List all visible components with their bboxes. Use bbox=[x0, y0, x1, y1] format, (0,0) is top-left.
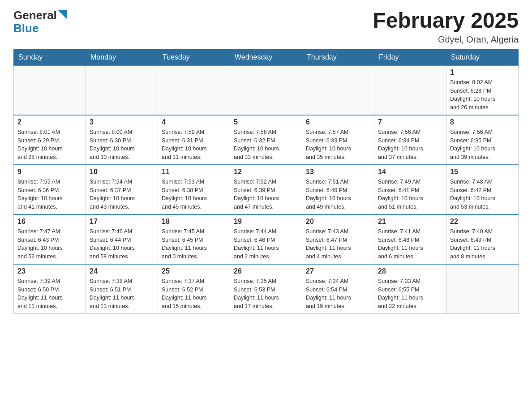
day-info: Sunrise: 7:52 AMSunset: 6:39 PMDaylight:… bbox=[234, 178, 298, 211]
column-header-thursday: Thursday bbox=[302, 49, 374, 65]
page-header: General Blue February 2025 Gdyel, Oran, … bbox=[13, 9, 519, 45]
day-number: 19 bbox=[234, 218, 298, 226]
day-number: 16 bbox=[17, 218, 82, 226]
day-info: Sunrise: 7:56 AMSunset: 6:34 PMDaylight:… bbox=[378, 128, 442, 162]
week-row-3: 9Sunrise: 7:55 AMSunset: 6:36 PMDaylight… bbox=[14, 165, 519, 214]
title-block: February 2025 Gdyel, Oran, Algeria bbox=[373, 9, 519, 45]
calendar-cell: 23Sunrise: 7:39 AMSunset: 6:50 PMDayligh… bbox=[14, 264, 86, 314]
calendar-cell: 12Sunrise: 7:52 AMSunset: 6:39 PMDayligh… bbox=[230, 165, 302, 214]
svg-marker-0 bbox=[58, 10, 67, 19]
day-number: 20 bbox=[306, 218, 370, 226]
day-info: Sunrise: 8:00 AMSunset: 6:30 PMDaylight:… bbox=[90, 128, 154, 162]
calendar-subtitle: Gdyel, Oran, Algeria bbox=[373, 34, 519, 45]
day-info: Sunrise: 7:33 AMSunset: 6:55 PMDaylight:… bbox=[378, 277, 442, 311]
calendar-cell bbox=[158, 65, 230, 115]
day-number: 4 bbox=[162, 118, 226, 126]
calendar-cell: 13Sunrise: 7:51 AMSunset: 6:40 PMDayligh… bbox=[302, 165, 374, 214]
calendar-cell: 26Sunrise: 7:35 AMSunset: 6:53 PMDayligh… bbox=[230, 264, 302, 314]
calendar-cell: 19Sunrise: 7:44 AMSunset: 6:46 PMDayligh… bbox=[230, 214, 302, 264]
column-header-friday: Friday bbox=[374, 49, 446, 65]
day-info: Sunrise: 7:41 AMSunset: 6:48 PMDaylight:… bbox=[378, 227, 442, 261]
logo-general-text: General bbox=[13, 9, 57, 22]
day-number: 13 bbox=[306, 168, 370, 176]
calendar-cell bbox=[86, 65, 158, 115]
day-number: 10 bbox=[90, 168, 154, 176]
day-number: 6 bbox=[306, 118, 370, 126]
day-info: Sunrise: 7:58 AMSunset: 6:32 PMDaylight:… bbox=[234, 128, 298, 162]
day-info: Sunrise: 7:47 AMSunset: 6:43 PMDaylight:… bbox=[17, 227, 82, 261]
calendar-cell: 8Sunrise: 7:56 AMSunset: 6:35 PMDaylight… bbox=[446, 115, 519, 165]
calendar-table: SundayMondayTuesdayWednesdayThursdayFrid… bbox=[13, 49, 519, 314]
column-header-saturday: Saturday bbox=[446, 49, 519, 65]
day-number: 9 bbox=[17, 168, 82, 176]
week-row-1: 1Sunrise: 8:02 AMSunset: 6:28 PMDaylight… bbox=[14, 65, 519, 115]
calendar-cell: 5Sunrise: 7:58 AMSunset: 6:32 PMDaylight… bbox=[230, 115, 302, 165]
day-info: Sunrise: 7:53 AMSunset: 6:38 PMDaylight:… bbox=[162, 178, 226, 211]
calendar-cell: 21Sunrise: 7:41 AMSunset: 6:48 PMDayligh… bbox=[374, 214, 446, 264]
day-info: Sunrise: 7:57 AMSunset: 6:33 PMDaylight:… bbox=[306, 128, 370, 162]
calendar-cell: 25Sunrise: 7:37 AMSunset: 6:52 PMDayligh… bbox=[158, 264, 230, 314]
calendar-cell: 4Sunrise: 7:59 AMSunset: 6:31 PMDaylight… bbox=[158, 115, 230, 165]
day-info: Sunrise: 7:40 AMSunset: 6:49 PMDaylight:… bbox=[450, 227, 515, 261]
column-header-tuesday: Tuesday bbox=[158, 49, 230, 65]
calendar-cell: 7Sunrise: 7:56 AMSunset: 6:34 PMDaylight… bbox=[374, 115, 446, 165]
day-number: 1 bbox=[450, 68, 515, 77]
day-info: Sunrise: 7:48 AMSunset: 6:42 PMDaylight:… bbox=[450, 178, 515, 211]
day-number: 2 bbox=[17, 118, 82, 126]
calendar-cell bbox=[302, 65, 374, 115]
day-info: Sunrise: 7:56 AMSunset: 6:35 PMDaylight:… bbox=[450, 128, 515, 162]
day-number: 3 bbox=[90, 118, 154, 126]
calendar-title: February 2025 bbox=[373, 9, 519, 33]
calendar-cell bbox=[14, 65, 86, 115]
day-info: Sunrise: 7:49 AMSunset: 6:41 PMDaylight:… bbox=[378, 178, 442, 211]
column-header-sunday: Sunday bbox=[14, 49, 86, 65]
calendar-cell: 15Sunrise: 7:48 AMSunset: 6:42 PMDayligh… bbox=[446, 165, 519, 214]
day-number: 28 bbox=[378, 267, 442, 275]
day-info: Sunrise: 7:59 AMSunset: 6:31 PMDaylight:… bbox=[162, 128, 226, 162]
calendar-cell bbox=[374, 65, 446, 115]
day-number: 5 bbox=[234, 118, 298, 126]
week-row-2: 2Sunrise: 8:01 AMSunset: 6:29 PMDaylight… bbox=[14, 115, 519, 165]
calendar-cell bbox=[230, 65, 302, 115]
day-number: 14 bbox=[378, 168, 442, 176]
logo-blue-text: Blue bbox=[13, 22, 39, 35]
calendar-cell: 6Sunrise: 7:57 AMSunset: 6:33 PMDaylight… bbox=[302, 115, 374, 165]
day-number: 24 bbox=[90, 267, 154, 275]
calendar-cell: 1Sunrise: 8:02 AMSunset: 6:28 PMDaylight… bbox=[446, 65, 519, 115]
day-info: Sunrise: 8:01 AMSunset: 6:29 PMDaylight:… bbox=[17, 128, 82, 162]
day-number: 27 bbox=[306, 267, 370, 275]
calendar-cell: 14Sunrise: 7:49 AMSunset: 6:41 PMDayligh… bbox=[374, 165, 446, 214]
calendar-cell: 20Sunrise: 7:43 AMSunset: 6:47 PMDayligh… bbox=[302, 214, 374, 264]
day-info: Sunrise: 7:43 AMSunset: 6:47 PMDaylight:… bbox=[306, 227, 370, 261]
day-number: 25 bbox=[162, 267, 226, 275]
calendar-cell: 28Sunrise: 7:33 AMSunset: 6:55 PMDayligh… bbox=[374, 264, 446, 314]
calendar-cell: 16Sunrise: 7:47 AMSunset: 6:43 PMDayligh… bbox=[14, 214, 86, 264]
day-info: Sunrise: 7:35 AMSunset: 6:53 PMDaylight:… bbox=[234, 277, 298, 311]
calendar-header-row: SundayMondayTuesdayWednesdayThursdayFrid… bbox=[14, 49, 519, 65]
day-number: 15 bbox=[450, 168, 515, 176]
day-number: 8 bbox=[450, 118, 515, 126]
calendar-cell: 27Sunrise: 7:34 AMSunset: 6:54 PMDayligh… bbox=[302, 264, 374, 314]
calendar-cell: 24Sunrise: 7:38 AMSunset: 6:51 PMDayligh… bbox=[86, 264, 158, 314]
calendar-cell: 3Sunrise: 8:00 AMSunset: 6:30 PMDaylight… bbox=[86, 115, 158, 165]
day-number: 7 bbox=[378, 118, 442, 126]
day-info: Sunrise: 7:34 AMSunset: 6:54 PMDaylight:… bbox=[306, 277, 370, 311]
calendar-cell: 18Sunrise: 7:45 AMSunset: 6:45 PMDayligh… bbox=[158, 214, 230, 264]
day-info: Sunrise: 7:37 AMSunset: 6:52 PMDaylight:… bbox=[162, 277, 226, 311]
calendar-cell: 11Sunrise: 7:53 AMSunset: 6:38 PMDayligh… bbox=[158, 165, 230, 214]
calendar-cell: 22Sunrise: 7:40 AMSunset: 6:49 PMDayligh… bbox=[446, 214, 519, 264]
day-info: Sunrise: 7:44 AMSunset: 6:46 PMDaylight:… bbox=[234, 227, 298, 261]
day-info: Sunrise: 7:55 AMSunset: 6:36 PMDaylight:… bbox=[17, 178, 82, 211]
day-info: Sunrise: 7:45 AMSunset: 6:45 PMDaylight:… bbox=[162, 227, 226, 261]
calendar-cell: 9Sunrise: 7:55 AMSunset: 6:36 PMDaylight… bbox=[14, 165, 86, 214]
day-number: 11 bbox=[162, 168, 226, 176]
day-number: 12 bbox=[234, 168, 298, 176]
day-number: 17 bbox=[90, 218, 154, 226]
week-row-4: 16Sunrise: 7:47 AMSunset: 6:43 PMDayligh… bbox=[14, 214, 519, 264]
day-number: 22 bbox=[450, 218, 515, 226]
day-info: Sunrise: 7:51 AMSunset: 6:40 PMDaylight:… bbox=[306, 178, 370, 211]
column-header-monday: Monday bbox=[86, 49, 158, 65]
logo: General Blue bbox=[13, 9, 67, 34]
calendar-cell: 2Sunrise: 8:01 AMSunset: 6:29 PMDaylight… bbox=[14, 115, 86, 165]
day-info: Sunrise: 8:02 AMSunset: 6:28 PMDaylight:… bbox=[450, 78, 515, 112]
